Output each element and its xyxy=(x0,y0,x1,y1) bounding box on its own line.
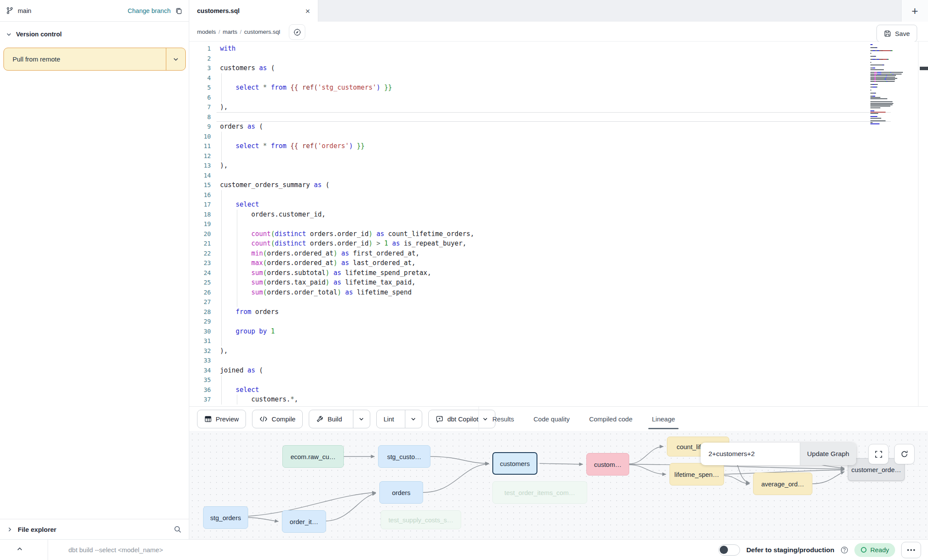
code-line-14[interactable]: 14 xyxy=(189,171,925,181)
code-line-10[interactable]: 10 xyxy=(189,132,925,142)
code-line-26[interactable]: 26 sum(orders.order_total) as lifetime_s… xyxy=(189,288,925,298)
update-graph-button[interactable]: Update Graph xyxy=(800,443,856,465)
code-line-18[interactable]: 18 orders.customer_id, xyxy=(189,210,925,220)
minimap[interactable] xyxy=(870,44,907,125)
line-number: 34 xyxy=(189,366,211,375)
code-line-34[interactable]: 34joined as ( xyxy=(189,366,925,375)
code-line-23[interactable]: 23 max(orders.ordered_at) as last_ordere… xyxy=(189,258,925,268)
build-button[interactable]: Build xyxy=(309,410,370,428)
code-line-2[interactable]: 2 xyxy=(189,54,925,64)
file-explorer-row[interactable]: File explorer xyxy=(0,519,189,539)
code-line-36[interactable]: 36 select xyxy=(189,385,925,395)
more-options-button[interactable] xyxy=(901,542,921,558)
code-line-19[interactable]: 19 xyxy=(189,219,925,229)
breadcrumb-item[interactable]: customers.sql xyxy=(244,29,280,35)
indent-guide xyxy=(221,210,222,220)
copy-icon[interactable] xyxy=(175,7,183,15)
lineage-node-custom[interactable]: custom… xyxy=(586,453,629,476)
refresh-button[interactable] xyxy=(894,444,915,464)
scrollbar-thumb[interactable] xyxy=(920,67,928,70)
code-line-37[interactable]: 37 customers.*, xyxy=(189,395,925,405)
pull-from-remote-button[interactable]: Pull from remote xyxy=(3,48,186,71)
lineage-node-stg_orders[interactable]: stg_orders xyxy=(203,506,248,529)
code-line-15[interactable]: 15customer_orders_summary as ( xyxy=(189,180,925,190)
line-number: 4 xyxy=(189,73,211,83)
lineage-node-order_it[interactable]: order_it… xyxy=(282,510,326,533)
code-line-30[interactable]: 30 group by 1 xyxy=(189,327,925,337)
code-line-24[interactable]: 24 sum(orders.subtotal) as lifetime_spen… xyxy=(189,268,925,278)
panel-tab-results[interactable]: Results xyxy=(492,407,514,431)
compile-button[interactable]: Compile xyxy=(252,410,303,428)
code-line-7[interactable]: 7), xyxy=(189,102,925,112)
lineage-node-stg_custo[interactable]: stg_custo… xyxy=(378,445,430,468)
line-number: 5 xyxy=(189,83,211,93)
code-line-13[interactable]: 13), xyxy=(189,161,925,171)
code-line-29[interactable]: 29 xyxy=(189,317,925,327)
panel-tab-compiled-code[interactable]: Compiled code xyxy=(589,407,632,431)
build-options-chevron[interactable] xyxy=(353,410,370,428)
defer-toggle[interactable] xyxy=(718,544,740,556)
lint-button[interactable]: Lint xyxy=(376,410,422,428)
code-text: sum(orders.order_total) as lifetime_spen… xyxy=(220,288,412,298)
breadcrumb-separator: / xyxy=(219,29,220,35)
indent-guide xyxy=(221,132,222,142)
code-line-21[interactable]: 21 count(distinct orders.order_id) > 1 a… xyxy=(189,239,925,249)
lineage-node-average_ord[interactable]: average_ord… xyxy=(753,473,812,495)
code-line-6[interactable]: 6 xyxy=(189,93,925,103)
command-input[interactable]: dbt build --select <model_name> xyxy=(68,540,163,560)
lineage-node-orders[interactable]: orders xyxy=(379,481,423,504)
code-line-1[interactable]: 1with xyxy=(189,44,925,54)
code-line-25[interactable]: 25 sum(orders.tax_paid) as lifetime_tax_… xyxy=(189,278,925,288)
code-line-12[interactable]: 12 xyxy=(189,151,925,161)
lineage-selector: 2+customers+2 Update Graph xyxy=(701,443,856,465)
breadcrumb-item[interactable]: marts xyxy=(223,29,237,35)
code-line-9[interactable]: 9orders as ( xyxy=(189,122,925,132)
lineage-node-ecom.raw_cu[interactable]: ecom.raw_cu… xyxy=(282,445,344,468)
fullscreen-button[interactable] xyxy=(868,444,889,464)
code-line-17[interactable]: 17 select xyxy=(189,200,925,210)
build-main[interactable]: Build xyxy=(309,410,349,428)
code-text: orders.customer_id, xyxy=(220,210,326,220)
code-line-3[interactable]: 3customers as ( xyxy=(189,63,925,73)
explore-lineage-button[interactable] xyxy=(289,24,305,40)
dbt-copilot-button[interactable]: dbt Copilot xyxy=(428,410,495,428)
code-line-8[interactable]: 8 xyxy=(189,112,925,122)
breadcrumb-item[interactable]: models xyxy=(197,29,216,35)
line-number: 9 xyxy=(189,122,211,132)
code-line-32[interactable]: 32), xyxy=(189,346,925,356)
panel-tab-lineage[interactable]: Lineage xyxy=(652,407,675,431)
code-editor[interactable]: 1with23customers as (45 select * from {{… xyxy=(189,42,928,406)
tab-customers-sql[interactable]: customers.sql × xyxy=(189,0,318,22)
line-number: 7 xyxy=(189,102,211,112)
code-line-4[interactable]: 4 xyxy=(189,73,925,83)
change-branch-link[interactable]: Change branch xyxy=(128,7,171,14)
pull-options-chevron[interactable] xyxy=(166,48,185,70)
code-line-5[interactable]: 5 select * from {{ ref('stg_customers') … xyxy=(189,83,925,93)
status-badge: Ready xyxy=(854,543,895,557)
code-line-20[interactable]: 20 count(distinct orders.order_id) as co… xyxy=(189,229,925,239)
lineage-node-customers[interactable]: customers xyxy=(492,452,537,475)
code-line-31[interactable]: 31 xyxy=(189,336,925,346)
code-line-22[interactable]: 22 min(orders.ordered_at) as first_order… xyxy=(189,249,925,259)
save-button[interactable]: Save xyxy=(876,25,917,42)
code-line-11[interactable]: 11 select * from {{ ref('orders') }} xyxy=(189,141,925,151)
chevron-up-icon[interactable] xyxy=(16,546,23,552)
chevron-down-icon xyxy=(359,416,364,422)
code-line-33[interactable]: 33 xyxy=(189,356,925,366)
lineage-node-lifetime_spen[interactable]: lifetime_spen… xyxy=(669,463,724,486)
code-line-16[interactable]: 16 xyxy=(189,190,925,200)
lineage-selector-input[interactable]: 2+customers+2 xyxy=(701,443,800,465)
new-tab-button[interactable]: + xyxy=(901,0,928,22)
code-line-28[interactable]: 28 from orders xyxy=(189,307,925,317)
close-icon[interactable]: × xyxy=(305,7,310,15)
help-icon[interactable] xyxy=(841,546,848,554)
search-icon[interactable] xyxy=(174,525,182,534)
lineage-panel[interactable]: ecom.raw_cu…stg_custo…customerscustom…co… xyxy=(189,431,928,539)
preview-button[interactable]: Preview xyxy=(197,410,246,428)
code-line-35[interactable]: 35 xyxy=(189,375,925,385)
panel-tab-code-quality[interactable]: Code quality xyxy=(534,407,569,431)
lint-options-chevron[interactable] xyxy=(405,410,422,428)
lint-main[interactable]: Lint xyxy=(377,410,401,428)
code-line-27[interactable]: 27 xyxy=(189,297,925,307)
version-control-header[interactable]: Version control xyxy=(0,27,189,42)
